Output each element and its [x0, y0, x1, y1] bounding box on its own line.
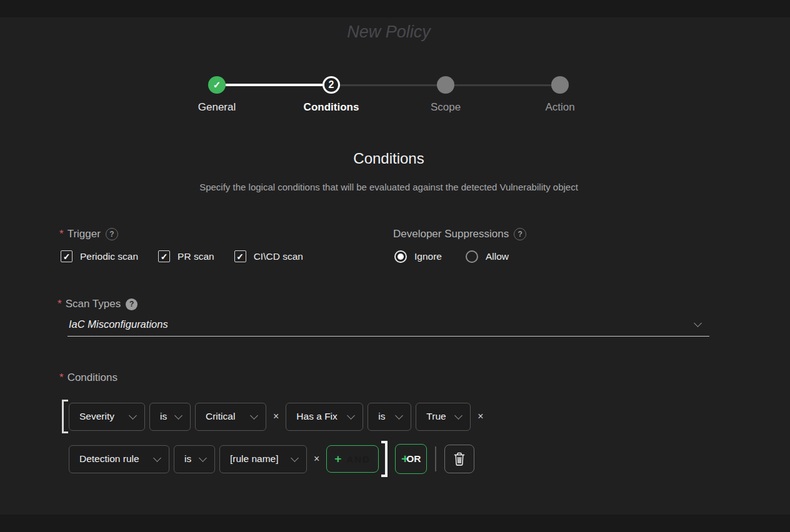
new-policy-wizard: New Policy ✓ 2 General Conditions Scope … — [0, 0, 790, 532]
remove-condition-button[interactable]: × — [314, 453, 319, 465]
trigger-label-row: * Trigger ? — [59, 228, 303, 240]
scan-types-section: * Scan Types ? IaC Misconfigurations — [58, 298, 709, 337]
bottom-bar — [0, 515, 790, 532]
and-button-label: AND — [346, 454, 371, 465]
required-asterisk: * — [59, 372, 64, 384]
dropdown-value: Critical — [206, 411, 235, 422]
checkbox-checked-icon[interactable]: ✓ — [234, 250, 246, 262]
add-or-condition-button[interactable]: + OR — [395, 444, 428, 474]
radio-ignore[interactable]: Ignore — [394, 250, 442, 263]
step-action-circle[interactable] — [551, 76, 569, 94]
radio-selected-icon[interactable] — [394, 250, 407, 263]
checkbox-checked-icon[interactable]: ✓ — [158, 250, 170, 262]
page-title: New Policy — [0, 22, 778, 42]
chevron-down-icon — [694, 319, 702, 327]
condition-row-1: Severity is Critical × Has a Fix is True… — [62, 400, 491, 433]
required-asterisk: * — [59, 228, 64, 240]
condition-row-2: Detection rule is [rule name] × + AND + … — [69, 442, 474, 476]
suppressions-options: Ignore Allow — [394, 250, 526, 263]
chevron-down-icon — [250, 411, 258, 420]
suppressions-label-row: Developer Suppressions ? — [393, 228, 526, 240]
dropdown-value: True — [426, 411, 446, 422]
trigger-options: ✓ Periodic scan ✓ PR scan ✓ CI\CD scan — [61, 250, 303, 262]
remove-condition-button[interactable]: × — [478, 411, 483, 422]
dropdown-value: Detection rule — [79, 453, 139, 465]
suppressions-section: Developer Suppressions ? Ignore Allow — [393, 228, 526, 263]
scan-types-select[interactable]: IaC Misconfigurations — [68, 318, 709, 337]
condition-operator-dropdown[interactable]: is — [174, 445, 215, 473]
dropdown-value: Has a Fix — [296, 411, 337, 422]
suppressions-label: Developer Suppressions — [393, 228, 509, 240]
scan-types-label-row: * Scan Types ? — [58, 298, 709, 310]
radio-allow[interactable]: Allow — [466, 250, 509, 263]
checkbox-cicd-scan[interactable]: ✓ CI\CD scan — [234, 250, 303, 262]
group-open-bracket — [62, 400, 68, 433]
chevron-down-icon — [291, 454, 299, 462]
condition-value-dropdown[interactable]: True — [416, 403, 471, 431]
dropdown-value: is — [378, 411, 385, 422]
dropdown-value: Severity — [79, 411, 114, 422]
chevron-down-icon — [153, 454, 161, 462]
chevron-down-icon — [347, 411, 355, 420]
trigger-section: * Trigger ? ✓ Periodic scan ✓ PR scan ✓ … — [59, 228, 303, 262]
checkbox-pr-scan[interactable]: ✓ PR scan — [158, 250, 214, 262]
checkbox-label: CI\CD scan — [254, 251, 303, 262]
step-number: 2 — [329, 79, 334, 91]
radio-unselected-icon[interactable] — [466, 250, 478, 263]
help-icon[interactable]: ? — [106, 228, 118, 240]
checkbox-checked-icon[interactable]: ✓ — [61, 250, 72, 262]
chevron-down-icon — [454, 411, 462, 420]
help-icon[interactable]: ? — [514, 228, 526, 240]
stepper: ✓ 2 — [208, 76, 569, 94]
remove-condition-button[interactable]: × — [273, 411, 279, 422]
help-icon[interactable]: ? — [126, 298, 138, 310]
stepper-connector — [454, 84, 551, 86]
step-label-scope[interactable]: Scope — [431, 101, 461, 114]
dropdown-value: [rule name] — [230, 453, 279, 465]
dropdown-value: is — [160, 411, 167, 422]
condition-field-dropdown[interactable]: Has a Fix — [286, 403, 363, 431]
condition-value-dropdown[interactable]: [rule name] — [219, 445, 307, 473]
step-scope-circle[interactable] — [437, 76, 454, 94]
condition-field-dropdown[interactable]: Detection rule — [69, 445, 169, 473]
condition-operator-dropdown[interactable]: is — [368, 403, 411, 431]
conditions-label: Conditions — [68, 372, 118, 384]
chevron-down-icon — [129, 411, 137, 420]
conditions-label-row: * Conditions — [59, 372, 118, 384]
plus-icon: + — [334, 452, 341, 466]
stepper-connector — [226, 84, 322, 86]
radio-label: Ignore — [414, 251, 442, 262]
checkbox-label: Periodic scan — [80, 251, 138, 262]
section-title: Conditions — [0, 150, 778, 167]
required-asterisk: * — [58, 298, 62, 310]
step-general-circle[interactable]: ✓ — [208, 76, 226, 94]
delete-condition-group-button[interactable] — [444, 445, 474, 473]
check-icon: ✓ — [213, 79, 221, 91]
scan-types-label: Scan Types — [66, 298, 121, 310]
radio-label: Allow — [486, 251, 509, 262]
trash-icon — [452, 451, 466, 466]
step-conditions-circle[interactable]: 2 — [322, 76, 340, 94]
section-subtitle: Specify the logical conditions that will… — [0, 182, 778, 192]
stepper-connector — [340, 84, 437, 86]
chevron-down-icon — [395, 411, 403, 420]
condition-field-dropdown[interactable]: Severity — [69, 403, 145, 431]
trigger-label: Trigger — [68, 228, 101, 240]
divider — [435, 446, 436, 471]
step-label-conditions[interactable]: Conditions — [304, 101, 359, 114]
step-label-action[interactable]: Action — [545, 101, 574, 114]
checkbox-periodic-scan[interactable]: ✓ Periodic scan — [61, 250, 138, 262]
group-close-bracket — [381, 441, 388, 477]
checkbox-label: PR scan — [178, 251, 214, 262]
scan-types-value: IaC Misconfigurations — [69, 318, 168, 330]
step-label-general[interactable]: General — [198, 101, 236, 114]
or-button-label: OR — [406, 453, 421, 465]
chevron-down-icon — [174, 411, 182, 420]
dropdown-value: is — [184, 453, 191, 465]
condition-value-dropdown[interactable]: Critical — [195, 403, 266, 431]
add-and-condition-button[interactable]: + AND — [326, 445, 379, 473]
condition-operator-dropdown[interactable]: is — [149, 403, 191, 431]
top-bar — [0, 0, 790, 17]
stepper-labels: General Conditions Scope Action — [208, 101, 569, 117]
chevron-down-icon — [199, 454, 207, 462]
